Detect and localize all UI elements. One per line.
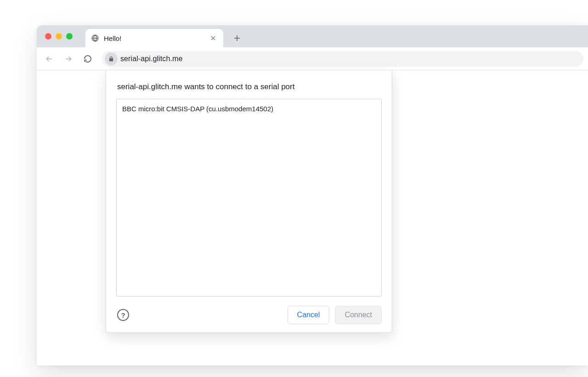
browser-toolbar: serial-api.glitch.me	[37, 47, 588, 70]
cancel-button[interactable]: Cancel	[288, 306, 330, 324]
help-icon: ?	[121, 311, 125, 319]
lock-icon	[108, 56, 114, 62]
dialog-title: serial-api.glitch.me wants to connect to…	[117, 82, 382, 91]
dialog-footer: ? Cancel Connect	[116, 306, 382, 324]
tab-close-button[interactable]	[209, 34, 218, 43]
reload-icon	[83, 54, 92, 63]
address-bar[interactable]: serial-api.glitch.me	[102, 51, 583, 67]
serial-port-chooser-dialog: serial-api.glitch.me wants to connect to…	[106, 70, 392, 333]
new-tab-button[interactable]	[230, 31, 244, 46]
device-list-item[interactable]: BBC micro:bit CMSIS-DAP (cu.usbmodem1450…	[117, 101, 381, 116]
connect-button[interactable]: Connect	[335, 306, 382, 324]
plus-icon	[233, 34, 241, 42]
page-content: serial-api.glitch.me wants to connect to…	[37, 70, 588, 366]
globe-icon	[91, 34, 99, 42]
browser-window: Hello!	[37, 25, 588, 366]
close-icon	[210, 35, 216, 41]
url-text: serial-api.glitch.me	[120, 55, 182, 63]
site-security-chip[interactable]	[105, 52, 118, 65]
browser-tab-active[interactable]: Hello!	[85, 29, 223, 47]
arrow-left-icon	[45, 54, 54, 63]
connect-button-label: Connect	[345, 311, 372, 319]
tab-strip: Hello!	[37, 25, 588, 47]
window-close-button[interactable]	[45, 33, 51, 40]
window-minimize-button[interactable]	[56, 33, 62, 40]
device-list[interactable]: BBC micro:bit CMSIS-DAP (cu.usbmodem1450…	[116, 99, 382, 297]
forward-button[interactable]	[61, 51, 76, 67]
arrow-right-icon	[64, 54, 73, 63]
window-fullscreen-button[interactable]	[66, 33, 73, 40]
tab-title: Hello!	[104, 34, 204, 42]
cancel-button-label: Cancel	[297, 311, 320, 319]
back-button[interactable]	[41, 51, 57, 67]
reload-button[interactable]	[80, 51, 96, 67]
window-controls	[42, 25, 77, 47]
help-button[interactable]: ?	[117, 309, 129, 321]
